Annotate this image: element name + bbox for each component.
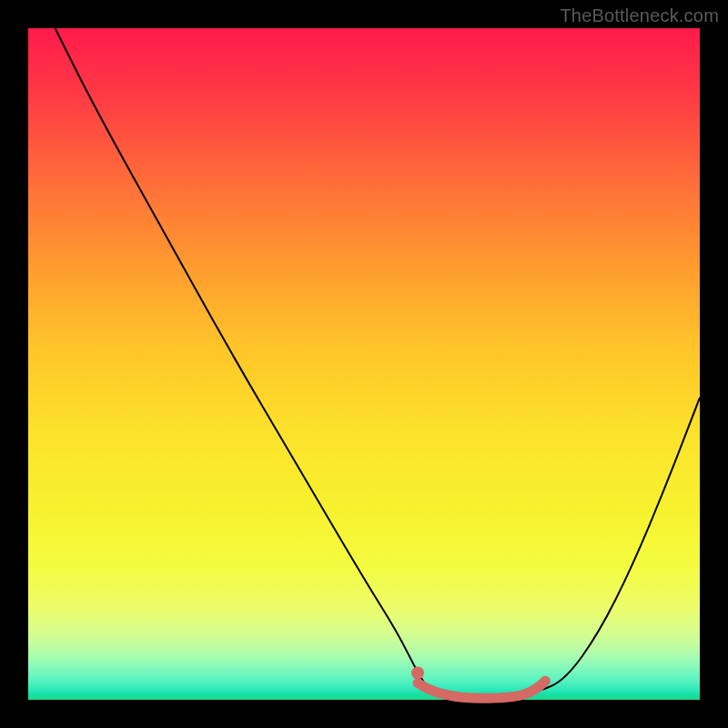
watermark-label: TheBottleneck.com <box>560 5 719 26</box>
curve-path <box>56 28 700 696</box>
curve-marker <box>411 666 424 679</box>
curve-highlight <box>418 681 545 698</box>
chart-frame: TheBottleneck.com <box>0 0 728 728</box>
plot-area <box>28 28 700 700</box>
bottleneck-curve <box>28 28 700 700</box>
